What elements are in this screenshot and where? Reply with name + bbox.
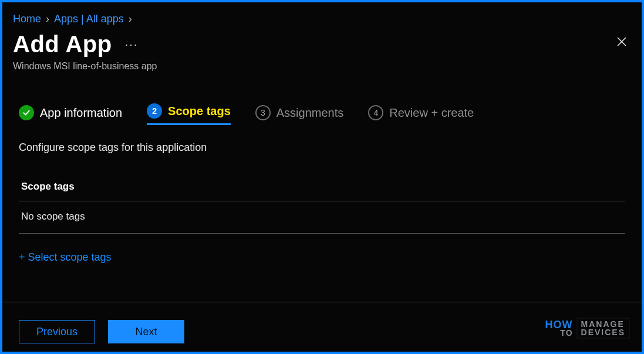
watermark-box: MANAGE DEVICES: [576, 318, 630, 339]
scope-tags-empty-row: No scope tags: [19, 201, 625, 234]
step-assignments[interactable]: 3 Assignments: [255, 105, 344, 125]
page-header: Add App ··· Windows MSI line-of-business…: [2, 25, 642, 72]
page-description: Configure scope tags for this applicatio…: [2, 125, 642, 154]
select-scope-tags-link[interactable]: + Select scope tags: [19, 251, 112, 264]
watermark-text: MANAGE: [581, 320, 625, 328]
next-button[interactable]: Next: [108, 320, 184, 343]
step-review-create[interactable]: 4 Review + create: [368, 105, 474, 125]
title-row: Add App ···: [13, 31, 631, 58]
step-label: App information: [40, 106, 122, 120]
step-scope-tags[interactable]: 2 Scope tags: [147, 103, 231, 125]
page-subtitle: Windows MSI line-of-business app: [13, 61, 631, 72]
chevron-right-icon: ›: [46, 13, 49, 25]
close-icon: [616, 36, 628, 48]
more-actions-button[interactable]: ···: [125, 38, 139, 51]
breadcrumb: Home › Apps | All apps ›: [2, 2, 642, 25]
step-label: Review + create: [389, 106, 474, 120]
step-label: Scope tags: [168, 104, 231, 118]
step-number: 4: [368, 105, 383, 120]
app-frame: Home › Apps | All apps › Add App ··· Win…: [0, 0, 644, 354]
step-app-information[interactable]: App information: [19, 105, 122, 125]
watermark-howto: HOW TO: [545, 320, 573, 337]
scope-tags-header: Scope tags: [19, 181, 625, 201]
wizard-stepper: App information 2 Scope tags 3 Assignmen…: [2, 72, 642, 125]
page-title: Add App: [13, 31, 112, 58]
step-label: Assignments: [277, 106, 344, 120]
watermark-text: DEVICES: [581, 328, 625, 336]
chevron-right-icon: ›: [129, 13, 132, 25]
breadcrumb-home[interactable]: Home: [13, 13, 41, 25]
checkmark-icon: [19, 105, 34, 120]
footer-divider: [2, 302, 642, 302]
close-button[interactable]: [616, 36, 628, 51]
previous-button[interactable]: Previous: [19, 320, 95, 343]
step-number: 3: [255, 105, 271, 120]
step-number: 2: [147, 103, 162, 119]
breadcrumb-apps[interactable]: Apps | All apps: [54, 13, 124, 25]
watermark: HOW TO MANAGE DEVICES: [545, 318, 630, 339]
watermark-text: TO: [545, 329, 573, 337]
